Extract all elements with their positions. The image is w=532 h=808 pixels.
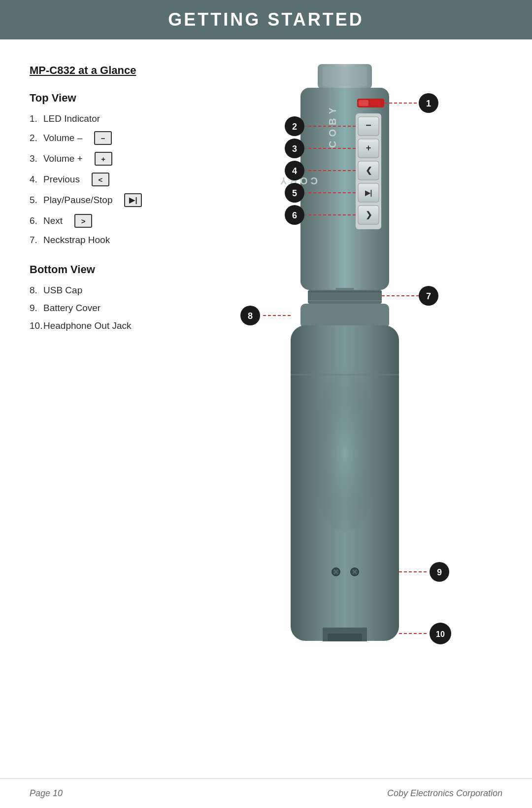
item-label: Volume +: [43, 153, 83, 164]
svg-rect-6: [359, 100, 368, 106]
item-label: Neckstrap Hook: [43, 235, 110, 246]
svg-text:1: 1: [426, 99, 431, 108]
next-icon: >: [74, 214, 92, 228]
svg-point-25: [305, 335, 384, 532]
item-num: 8.: [30, 285, 43, 296]
page-number: Page 10: [30, 788, 63, 799]
list-item: 10. Headphone Out Jack: [30, 320, 236, 331]
item-label: Play/Pause/Stop: [43, 195, 112, 206]
svg-text:❯: ❯: [366, 211, 372, 219]
item-num: 7.: [30, 235, 43, 246]
item-num: 5.: [30, 195, 43, 206]
svg-text:+: +: [366, 143, 371, 153]
item-num: 9.: [30, 303, 43, 314]
item-label: Previous: [43, 174, 80, 185]
list-item: 7. Neckstrap Hook: [30, 235, 236, 246]
left-column: MP-C832 at a Glance Top View 1. LED Indi…: [30, 59, 236, 778]
previous-icon: <: [92, 173, 109, 186]
svg-text:8: 8: [248, 311, 253, 321]
list-item: 5. Play/Pause/Stop ▶|: [30, 193, 236, 207]
item-num: 10.: [30, 320, 43, 331]
page-header: GETTING STARTED: [0, 0, 532, 39]
company-name: Coby Electronics Corporation: [387, 788, 502, 799]
svg-rect-1: [323, 67, 367, 86]
svg-text:❮: ❮: [366, 166, 372, 175]
svg-rect-7: [370, 100, 380, 106]
item-label: Headphone Out Jack: [43, 320, 132, 331]
page-footer: Page 10 Coby Electronics Corporation: [0, 778, 532, 808]
top-view-heading: Top View: [30, 92, 236, 105]
svg-text:2: 2: [292, 122, 297, 132]
volume-plus-icon: +: [95, 152, 112, 166]
svg-text:4: 4: [292, 166, 297, 176]
item-label: Volume –: [43, 133, 82, 143]
list-item: 8. USB Cap: [30, 285, 236, 296]
item-num: 1.: [30, 113, 43, 124]
play-pause-stop-icon: ▶|: [124, 193, 142, 207]
device-illustration: COBY COBY − + ❮ ▶| ❯: [236, 49, 463, 779]
list-item: 2. Volume – −: [30, 131, 236, 145]
item-label: Next: [43, 215, 63, 226]
svg-text:3: 3: [292, 144, 297, 154]
battery-cover-label: Battery Cover: [43, 303, 100, 314]
volume-minus-icon: −: [94, 131, 112, 145]
list-item: 1. LED Indicator: [30, 113, 236, 124]
page-title: GETTING STARTED: [168, 9, 364, 30]
svg-text:▶|: ▶|: [365, 189, 372, 197]
svg-text:5: 5: [292, 188, 297, 198]
list-item: 9. Battery Cover: [30, 303, 236, 314]
item-label: LED Indicator: [43, 113, 100, 124]
main-content: MP-C832 at a Glance Top View 1. LED Indi…: [0, 39, 532, 778]
item-num: 4.: [30, 174, 43, 185]
list-item: 6. Next >: [30, 214, 236, 228]
item-num: 3.: [30, 153, 43, 164]
item-num: 6.: [30, 215, 43, 226]
svg-text:9: 9: [437, 567, 442, 577]
svg-rect-34: [328, 633, 362, 641]
section-title: MP-C832 at a Glance: [30, 64, 236, 77]
right-column: COBY COBY − + ❮ ▶| ❯: [236, 59, 502, 778]
svg-text:6: 6: [292, 211, 297, 220]
svg-text:10: 10: [436, 630, 445, 638]
bottom-view-heading: Bottom View: [30, 263, 236, 276]
svg-text:−: −: [366, 120, 371, 131]
list-item: 4. Previous <: [30, 173, 236, 186]
bottom-view-list: 8. USB Cap 9. Battery Cover 10. Headphon…: [30, 285, 236, 331]
item-label: USB Cap: [43, 285, 82, 296]
item-num: 2.: [30, 133, 43, 143]
list-item: 3. Volume + +: [30, 152, 236, 166]
svg-rect-23: [300, 304, 389, 328]
svg-text:7: 7: [426, 291, 431, 301]
top-view-list: 1. LED Indicator 2. Volume – − 3. Volume…: [30, 113, 236, 246]
